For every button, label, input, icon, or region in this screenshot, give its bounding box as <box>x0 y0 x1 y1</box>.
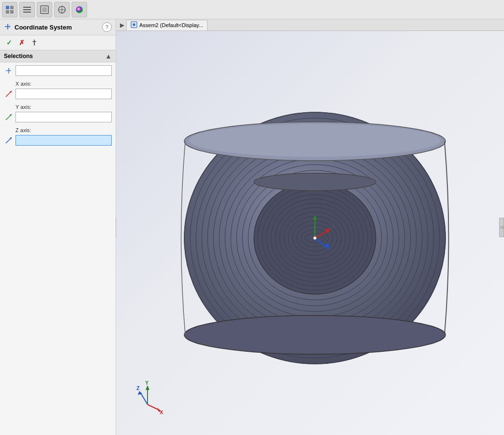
z-axis-field-row <box>4 135 112 146</box>
svg-text:Z: Z <box>136 385 140 391</box>
panel-header: Coordinate System ? <box>0 19 116 35</box>
coordinate-axes-indicator: Z Y X <box>131 380 164 416</box>
svg-point-67 <box>313 237 316 240</box>
svg-line-68 <box>140 392 148 405</box>
svg-rect-8 <box>42 7 47 12</box>
svg-point-60 <box>254 173 376 191</box>
coordinate-system-icon <box>4 23 12 32</box>
tab-assem2[interactable]: Assem2 (Default<Display... <box>126 20 208 30</box>
x-axis-field-row <box>4 89 112 99</box>
toolbar-btn-section-view[interactable] <box>37 2 52 17</box>
svg-text:X: X <box>160 409 163 414</box>
panel-title: Coordinate System <box>15 24 99 31</box>
confirm-button[interactable]: ✓ <box>4 37 15 48</box>
left-panel: Coordinate System ? ✓ ✗ Selections ▲ <box>0 19 116 435</box>
svg-marker-15 <box>7 24 9 25</box>
x-axis-input[interactable] <box>15 89 112 99</box>
collapse-icon: ▲ <box>105 52 112 60</box>
tab-arrow[interactable]: ▶ <box>120 22 124 29</box>
viewport-right-handle[interactable]: ◁ <box>499 218 504 237</box>
toolbar-btn-view-orientation[interactable] <box>2 2 17 17</box>
svg-rect-1 <box>10 6 14 9</box>
canvas-area <box>116 31 504 435</box>
svg-point-59 <box>184 315 445 354</box>
svg-rect-3 <box>10 10 14 14</box>
z-axis-label: Z axis: <box>4 127 112 133</box>
x-axis-label: X axis: <box>4 81 112 87</box>
z-axis-input[interactable] <box>15 135 112 146</box>
svg-marker-21 <box>8 68 10 69</box>
svg-text:Y: Y <box>145 380 149 386</box>
y-axis-input[interactable] <box>15 112 112 122</box>
origin-input[interactable] <box>15 65 112 76</box>
svg-rect-2 <box>6 10 9 14</box>
viewport[interactable]: ▶ Assem2 (Default<Display... <box>116 19 504 435</box>
pin-button[interactable] <box>29 37 40 48</box>
svg-rect-5 <box>23 9 31 10</box>
selections-section: Selections ▲ <box>0 50 116 435</box>
3d-object-svg <box>165 83 455 383</box>
svg-marker-22 <box>10 70 11 72</box>
svg-point-58 <box>189 124 441 157</box>
svg-point-30 <box>133 23 135 26</box>
tab-bar: ▶ Assem2 (Default<Display... <box>116 19 504 31</box>
y-axis-icon <box>4 112 14 122</box>
cancel-button[interactable]: ✗ <box>16 37 27 48</box>
origin-field-row <box>4 65 112 76</box>
x-axis-icon <box>4 89 14 99</box>
selections-section-header[interactable]: Selections ▲ <box>0 50 116 62</box>
selections-label: Selections <box>4 53 33 60</box>
main-area: Coordinate System ? ✓ ✗ Selections ▲ <box>0 19 504 435</box>
top-toolbar <box>0 0 504 19</box>
svg-marker-72 <box>146 385 149 390</box>
svg-marker-16 <box>9 26 11 28</box>
action-row: ✓ ✗ <box>0 35 116 50</box>
y-axis-label: Y axis: <box>4 104 112 110</box>
help-button[interactable]: ? <box>102 22 112 32</box>
field-group: X axis: Y axis: <box>0 62 116 152</box>
toolbar-btn-appearance[interactable] <box>72 2 87 17</box>
tab-assem2-icon <box>131 21 137 30</box>
svg-point-12 <box>76 6 83 13</box>
toolbar-btn-display-style[interactable] <box>19 2 35 17</box>
svg-rect-0 <box>6 6 9 9</box>
origin-icon <box>4 66 14 75</box>
svg-rect-4 <box>23 7 31 8</box>
y-axis-field-row <box>4 112 112 122</box>
svg-rect-6 <box>23 12 31 13</box>
tab-assem2-label: Assem2 (Default<Display... <box>139 22 203 28</box>
z-axis-icon <box>4 135 14 145</box>
toolbar-btn-view-selector[interactable] <box>54 2 70 17</box>
